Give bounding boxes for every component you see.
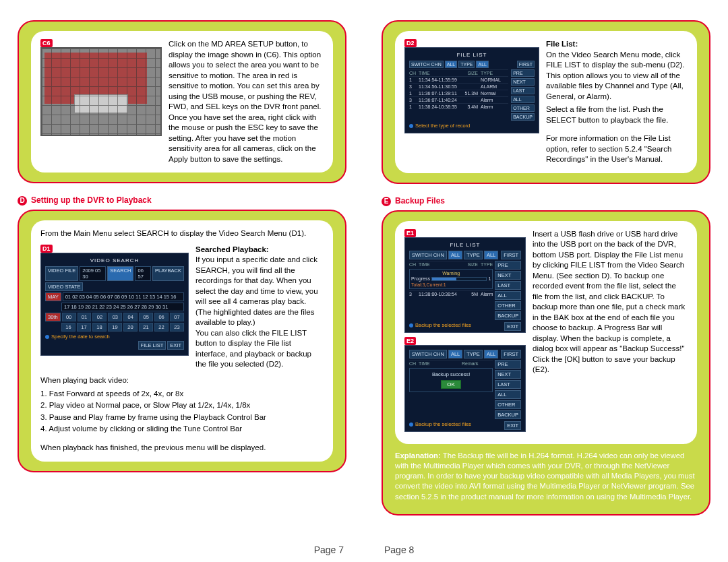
vs-30th: 30th: [45, 313, 61, 321]
d1-figure: D1 VIDEO SEARCH VIDEO FILE 2009 05 30 SE…: [40, 245, 189, 370]
callout-d: From the Main Menu select SEARCH to disp…: [18, 210, 346, 472]
searched-body: If you input a specific date and click S…: [195, 255, 324, 370]
page-7: C6 Click on the MD AREA SETUP button, to…: [0, 0, 364, 562]
callout-filelist: D2 FILE LIST SWITCH CHN ALL TYPE ALL FIR…: [382, 20, 710, 184]
playback-list: 1. Fast Forward at speeds of 2x, 4x, or …: [40, 388, 324, 435]
e-body: Insert a USB flash drive or USB hard dri…: [533, 229, 688, 375]
vs-foot: Specify the date to search: [51, 334, 110, 340]
d1-tag: D1: [40, 245, 53, 253]
section-e-letter: E: [382, 197, 391, 206]
e1-tag: E1: [404, 229, 416, 237]
section-e-head: EBackup Files: [382, 196, 710, 206]
page-7-number: Page 7: [314, 544, 344, 555]
callout-c6: C6 Click on the MD AREA SETUP button, to…: [18, 20, 346, 183]
fl-title: FILE LIST: [409, 52, 535, 58]
playback-intro: When playing back video:: [40, 375, 324, 386]
video-search-title: VIDEO SEARCH: [45, 257, 184, 263]
d2-figure: D2 FILE LIST SWITCH CHN ALL TYPE ALL FIR…: [404, 39, 539, 165]
c6-figure: C6: [40, 39, 162, 164]
vs-days2: 17 18 19 20 21 22 23 24 25 26 27 28 29 3…: [61, 303, 184, 311]
vs-days1: 01 02 03 04 05 06 07 08 09 10 11 12 13 1…: [63, 292, 184, 301]
page-8-number: Page 8: [384, 544, 414, 555]
section-d-title: Setting up the DVR to Playback: [31, 195, 152, 205]
section-d-head: DSetting up the DVR to Playback: [18, 195, 346, 206]
filelist-body2: Select a file from the list. Push the SE…: [546, 104, 688, 125]
e-figures: E1 FILE LIST SWITCH CHN ALL TYPE ALL FIR…: [404, 229, 526, 436]
vs-may: MAY: [45, 292, 61, 301]
vs-filelist: FILE LIST: [138, 341, 166, 350]
callout-e: E1 FILE LIST SWITCH CHN ALL TYPE ALL FIR…: [382, 210, 710, 516]
filelist-head: File List:: [546, 39, 688, 50]
vs-videofile: VIDEO FILE: [45, 266, 78, 281]
section-e-title: Backup Files: [395, 196, 445, 206]
vs-date: 2009 05 30: [80, 266, 106, 281]
section-d-letter: D: [18, 196, 27, 206]
vs-search: SEARCH: [107, 266, 133, 281]
page-8: D2 FILE LIST SWITCH CHN ALL TYPE ALL FIR…: [364, 0, 728, 562]
vs-time: 06 57: [135, 266, 150, 281]
vs-state: VIDEO STATE: [45, 282, 83, 291]
c6-tag: C6: [40, 39, 53, 47]
playback-end: When playback has finished, the previous…: [40, 443, 324, 454]
vs-exit: EXIT: [167, 341, 184, 350]
c6-body: Click on the MD AREA SETUP button, to di…: [169, 39, 324, 164]
explanation: Explanation: The Backup file will be in …: [395, 451, 697, 502]
d-intro: From the Main Menu select SEARCH to disp…: [40, 228, 324, 239]
vs-playback: PLAYBACK: [152, 266, 184, 281]
filelist-body3: For more information on the File List op…: [546, 133, 688, 165]
filelist-body1: On the Video Search Menu mode, click FIL…: [546, 50, 688, 102]
d2-tag: D2: [404, 39, 417, 47]
ok-button: OK: [441, 380, 461, 389]
e2-tag: E2: [404, 337, 416, 345]
searched-head: Searched Playback:: [195, 245, 324, 255]
